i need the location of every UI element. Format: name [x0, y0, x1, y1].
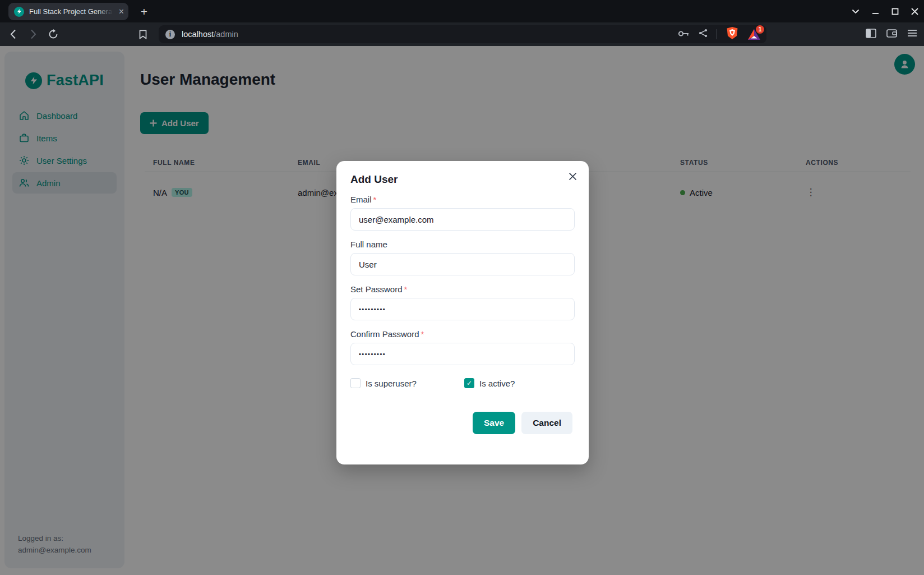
window-maximize-button[interactable] — [891, 8, 899, 15]
modal-title: Add User — [350, 173, 575, 186]
set-password-field[interactable] — [350, 298, 575, 320]
is-superuser-label: Is superuser? — [366, 379, 417, 388]
url-text: localhost/admin — [182, 30, 238, 39]
share-icon[interactable] — [699, 29, 708, 40]
full-name-field[interactable] — [350, 253, 575, 275]
browser-tab[interactable]: Full Stack Project Genera × — [8, 3, 128, 20]
add-user-modal: Add User Email* Full name Set Password* … — [336, 161, 589, 464]
set-password-field-group: Set Password* — [350, 284, 575, 320]
url-path: /admin — [214, 30, 238, 39]
url-host: localhost — [182, 30, 214, 39]
required-asterisk: * — [373, 195, 377, 204]
checkbox-icon[interactable]: ✓ — [464, 378, 474, 388]
is-active-checkbox[interactable]: ✓ Is active? — [464, 378, 515, 388]
forward-button[interactable] — [25, 26, 41, 43]
menu-hamburger-icon[interactable] — [907, 29, 917, 39]
browser-titlebar: Full Stack Project Genera × + — [0, 0, 924, 22]
toolbar-divider — [717, 29, 717, 39]
back-button[interactable] — [4, 26, 21, 43]
confirm-password-field[interactable] — [350, 343, 575, 365]
sidebar-toggle-icon[interactable] — [866, 29, 876, 40]
modal-close-button[interactable] — [564, 168, 581, 185]
email-label: Email* — [350, 195, 575, 204]
new-tab-button[interactable]: + — [136, 3, 153, 20]
close-icon — [569, 172, 577, 181]
bookmark-icon[interactable] — [135, 26, 151, 43]
window-minimize-button[interactable] — [872, 8, 879, 15]
checkbox-icon[interactable]: ✓ — [350, 378, 361, 388]
email-field[interactable] — [350, 208, 575, 231]
page-content: FastAPI Dashboard Items — [0, 46, 924, 575]
tab-title-fade — [97, 3, 113, 20]
brave-rewards-icon[interactable]: 1 — [747, 27, 761, 41]
confirm-password-field-group: Confirm Password* — [350, 329, 575, 365]
confirm-password-label: Confirm Password* — [350, 329, 575, 339]
brave-shield-icon[interactable] — [726, 26, 738, 42]
required-asterisk: * — [421, 329, 424, 339]
browser-toolbar: i localhost/admin — [0, 22, 924, 46]
rewards-notification-badge: 1 — [756, 25, 764, 34]
password-key-icon[interactable] — [678, 29, 690, 39]
save-button[interactable]: Save — [473, 412, 515, 434]
wallet-icon[interactable] — [886, 29, 897, 40]
set-password-label: Set Password* — [350, 284, 575, 294]
reload-button[interactable] — [45, 26, 62, 43]
full-name-label: Full name — [350, 240, 575, 249]
required-asterisk: * — [404, 284, 408, 294]
cancel-button[interactable]: Cancel — [521, 412, 572, 434]
tab-close-icon[interactable]: × — [119, 7, 124, 16]
url-bar[interactable]: i localhost/admin — [159, 25, 766, 43]
email-field-group: Email* — [350, 195, 575, 231]
full-name-field-group: Full name — [350, 240, 575, 275]
checkbox-row: ✓ Is superuser? ✓ Is active? — [350, 378, 575, 388]
is-superuser-checkbox[interactable]: ✓ Is superuser? — [350, 378, 464, 388]
tab-search-chevron-icon[interactable] — [852, 9, 860, 14]
site-info-icon[interactable]: i — [165, 30, 175, 39]
is-active-label: Is active? — [479, 379, 515, 388]
window-close-button[interactable] — [911, 8, 918, 15]
fastapi-favicon-icon — [14, 7, 24, 17]
modal-footer: Save Cancel — [350, 412, 575, 434]
